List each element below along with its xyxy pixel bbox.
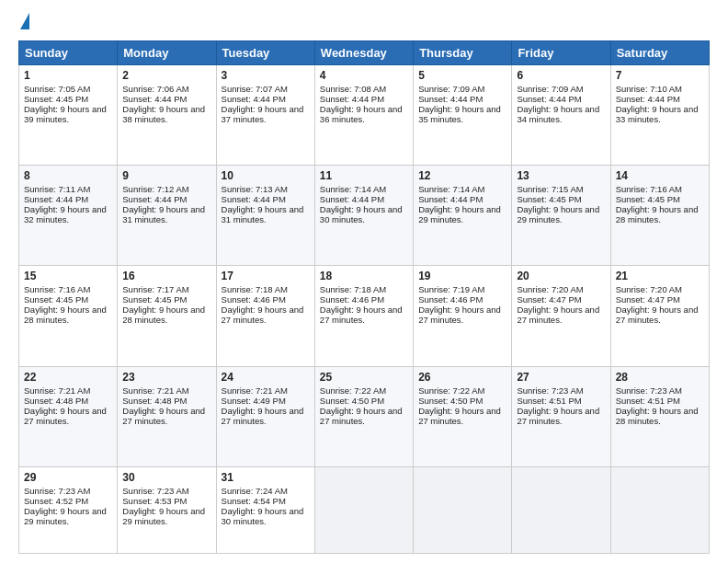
sunset-text: Sunset: 4:44 PM [122,94,187,104]
sunrise-text: Sunrise: 7:19 AM [418,284,484,294]
weekday-header-tuesday: Tuesday [216,41,314,65]
daylight-text: Daylight: 9 hours and 27 minutes. [222,406,304,426]
daylight-text: Daylight: 9 hours and 29 minutes. [24,506,107,526]
sunrise-text: Sunrise: 7:18 AM [222,284,288,294]
sunrise-text: Sunrise: 7:06 AM [122,84,188,94]
sunset-text: Sunset: 4:46 PM [418,294,483,304]
day-number: 8 [24,169,112,182]
calendar-cell: 1Sunrise: 7:05 AMSunset: 4:45 PMDaylight… [19,65,118,166]
day-number: 12 [418,169,506,182]
sunset-text: Sunset: 4:54 PM [222,496,286,506]
daylight-text: Daylight: 9 hours and 32 minutes. [24,204,107,224]
day-number: 18 [320,270,408,282]
calendar-cell: 13Sunrise: 7:15 AMSunset: 4:45 PMDayligh… [512,166,610,266]
daylight-text: Daylight: 9 hours and 33 minutes. [616,104,699,124]
calendar-cell: 28Sunrise: 7:23 AMSunset: 4:51 PMDayligh… [610,366,709,466]
calendar-cell: 16Sunrise: 7:17 AMSunset: 4:45 PMDayligh… [118,266,216,366]
calendar-cell: 6Sunrise: 7:09 AMSunset: 4:44 PMDaylight… [512,65,610,166]
sunset-text: Sunset: 4:44 PM [24,194,88,204]
calendar-cell: 9Sunrise: 7:12 AMSunset: 4:44 PMDaylight… [118,166,216,266]
daylight-text: Daylight: 9 hours and 30 minutes. [320,204,403,224]
sunset-text: Sunset: 4:50 PM [418,396,483,406]
calendar-cell: 31Sunrise: 7:24 AMSunset: 4:54 PMDayligh… [216,466,314,553]
calendar-cell: 21Sunrise: 7:20 AMSunset: 4:47 PMDayligh… [610,266,709,366]
calendar-cell [512,466,610,553]
calendar-cell: 24Sunrise: 7:21 AMSunset: 4:49 PMDayligh… [216,366,314,466]
sunrise-text: Sunrise: 7:22 AM [320,385,386,396]
calendar-cell: 26Sunrise: 7:22 AMSunset: 4:50 PMDayligh… [414,366,512,466]
daylight-text: Daylight: 9 hours and 36 minutes. [320,104,403,124]
sunrise-text: Sunrise: 7:23 AM [517,385,583,396]
weekday-header-monday: Monday [118,41,216,65]
daylight-text: Daylight: 9 hours and 35 minutes. [418,104,501,124]
calendar-cell: 7Sunrise: 7:10 AMSunset: 4:44 PMDaylight… [610,65,709,166]
calendar-cell: 8Sunrise: 7:11 AMSunset: 4:44 PMDaylight… [19,166,118,266]
calendar-cell: 17Sunrise: 7:18 AMSunset: 4:46 PMDayligh… [216,266,314,366]
sunset-text: Sunset: 4:44 PM [418,94,483,104]
daylight-text: Daylight: 9 hours and 28 minutes. [616,204,699,224]
sunset-text: Sunset: 4:52 PM [24,496,88,506]
day-number: 4 [320,69,408,82]
daylight-text: Daylight: 9 hours and 27 minutes. [517,406,599,426]
day-number: 5 [418,69,506,82]
sunset-text: Sunset: 4:44 PM [418,194,483,204]
daylight-text: Daylight: 9 hours and 27 minutes. [222,304,304,325]
sunrise-text: Sunrise: 7:22 AM [418,385,484,396]
day-number: 1 [24,69,112,82]
daylight-text: Daylight: 9 hours and 37 minutes. [222,104,304,124]
sunrise-text: Sunrise: 7:09 AM [517,84,583,94]
weekday-header-sunday: Sunday [19,41,118,65]
day-number: 24 [222,371,310,384]
weekday-header-friday: Friday [512,41,610,65]
day-number: 13 [517,169,605,182]
logo [18,15,29,31]
daylight-text: Daylight: 9 hours and 29 minutes. [122,506,205,526]
sunset-text: Sunset: 4:51 PM [517,396,581,406]
day-number: 31 [222,471,310,484]
day-number: 21 [616,270,704,282]
day-number: 3 [222,69,310,82]
day-number: 23 [122,371,210,384]
sunset-text: Sunset: 4:45 PM [122,294,187,304]
day-number: 30 [122,471,210,484]
calendar-cell [610,466,709,553]
day-number: 28 [616,371,704,384]
calendar-cell [414,466,512,553]
sunset-text: Sunset: 4:44 PM [616,94,680,104]
sunrise-text: Sunrise: 7:16 AM [24,284,90,294]
daylight-text: Daylight: 9 hours and 28 minutes. [122,304,205,325]
calendar-cell: 18Sunrise: 7:18 AMSunset: 4:46 PMDayligh… [314,266,413,366]
sunset-text: Sunset: 4:45 PM [24,94,88,104]
daylight-text: Daylight: 9 hours and 31 minutes. [122,204,205,224]
day-number: 2 [122,69,210,82]
sunrise-text: Sunrise: 7:23 AM [24,486,90,496]
sunrise-text: Sunrise: 7:21 AM [122,385,188,396]
sunset-text: Sunset: 4:44 PM [320,194,384,204]
sunset-text: Sunset: 4:51 PM [616,396,680,406]
sunrise-text: Sunrise: 7:14 AM [418,184,484,194]
sunset-text: Sunset: 4:45 PM [517,194,581,204]
logo-text [18,15,29,31]
day-number: 20 [517,270,605,282]
calendar-cell: 3Sunrise: 7:07 AMSunset: 4:44 PMDaylight… [216,65,314,166]
calendar-cell [314,466,413,553]
sunset-text: Sunset: 4:44 PM [222,94,286,104]
day-number: 29 [24,471,112,484]
calendar-cell: 10Sunrise: 7:13 AMSunset: 4:44 PMDayligh… [216,166,314,266]
sunrise-text: Sunrise: 7:11 AM [24,184,90,194]
sunrise-text: Sunrise: 7:21 AM [222,385,288,396]
day-number: 15 [24,270,112,282]
sunset-text: Sunset: 4:44 PM [122,194,187,204]
sunrise-text: Sunrise: 7:13 AM [222,184,288,194]
daylight-text: Daylight: 9 hours and 27 minutes. [122,406,205,426]
daylight-text: Daylight: 9 hours and 27 minutes. [320,304,403,325]
daylight-text: Daylight: 9 hours and 38 minutes. [122,104,205,124]
weekday-header-row: SundayMondayTuesdayWednesdayThursdayFrid… [19,41,710,65]
weekday-header-thursday: Thursday [414,41,512,65]
calendar-cell: 19Sunrise: 7:19 AMSunset: 4:46 PMDayligh… [414,266,512,366]
calendar-cell: 12Sunrise: 7:14 AMSunset: 4:44 PMDayligh… [414,166,512,266]
day-number: 10 [222,169,310,182]
daylight-text: Daylight: 9 hours and 27 minutes. [418,406,501,426]
sunset-text: Sunset: 4:44 PM [517,94,581,104]
daylight-text: Daylight: 9 hours and 27 minutes. [616,304,699,325]
